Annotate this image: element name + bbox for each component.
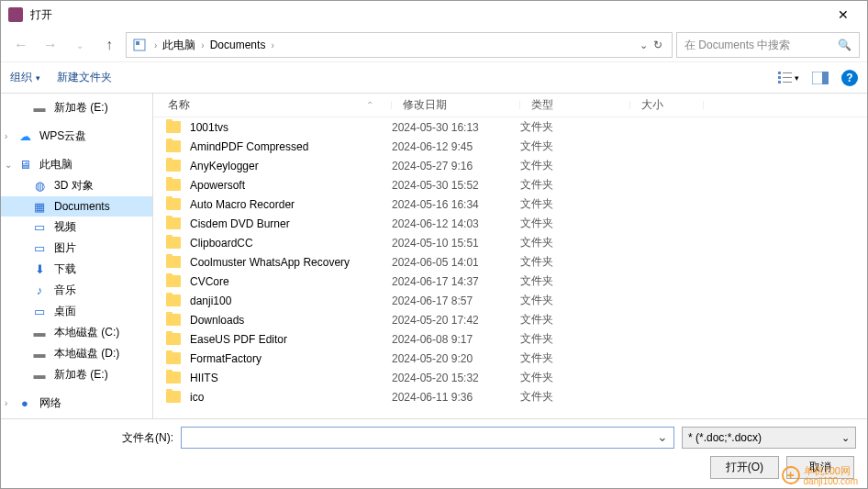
file-row[interactable]: ClipboardCC2024-05-10 15:51文件夹 — [153, 233, 867, 252]
3d-icon: ◍ — [32, 179, 47, 194]
breadcrumb-item[interactable]: 此电脑 — [161, 34, 197, 57]
drive-icon: ▬ — [32, 368, 47, 383]
chevron-down-icon: ⌄ — [841, 432, 850, 444]
sidebar-item[interactable]: ◍3D 对象 — [1, 175, 152, 196]
file-type: 文件夹 — [520, 158, 630, 173]
sidebar-item[interactable]: ▬新加卷 (E:) — [1, 364, 152, 385]
file-row[interactable]: danji1002024-06-17 8:57文件夹 — [153, 291, 867, 310]
file-name: Auto Macro Recorder — [190, 198, 295, 211]
doc-icon: ▦ — [32, 199, 47, 214]
net-icon: ● — [17, 396, 32, 411]
filetype-select[interactable]: * (*.doc;*.docx) ⌄ — [682, 427, 856, 449]
view-mode-button[interactable]: ▾ — [778, 72, 799, 84]
file-row[interactable]: 1001tvs2024-05-30 16:13文件夹 — [153, 117, 867, 137]
file-name: 1001tvs — [190, 121, 228, 134]
file-row[interactable]: CVCore2024-06-17 14:37文件夹 — [153, 272, 867, 291]
file-date: 2024-06-11 9:36 — [392, 391, 520, 404]
file-name: CVCore — [190, 275, 229, 288]
refresh-icon[interactable]: ↻ — [653, 39, 662, 51]
file-row[interactable]: Apowersoft2024-05-30 15:52文件夹 — [153, 175, 867, 194]
window-title: 打开 — [30, 7, 52, 23]
folder-icon — [166, 275, 181, 287]
file-pane[interactable]: 名称 ⌃ 修改日期 类型 大小 1001tvs2024-05-30 16:13文… — [153, 94, 867, 418]
folder-icon — [166, 391, 181, 403]
sidebar-item-label: WPS云盘 — [39, 128, 86, 144]
new-folder-button[interactable]: 新建文件夹 — [57, 70, 112, 85]
sidebar-item[interactable]: ▬本地磁盘 (D:) — [1, 343, 152, 364]
sidebar-item[interactable]: ⌄🖥此电脑 — [1, 154, 152, 175]
file-name: Coolmuster WhatsApp Recovery — [190, 256, 350, 269]
forward-button[interactable]: → — [38, 32, 63, 58]
file-date: 2024-06-08 9:17 — [392, 333, 520, 346]
search-icon: 🔍 — [838, 39, 851, 51]
expand-icon[interactable]: ⌄ — [5, 160, 12, 170]
file-name: FormatFactory — [190, 352, 262, 365]
folder-icon — [166, 314, 181, 326]
up-button[interactable]: ↑ — [96, 32, 122, 58]
sidebar-item[interactable]: ♪音乐 — [1, 280, 152, 301]
breadcrumb-item[interactable]: Documents — [208, 35, 268, 55]
sidebar-item[interactable]: ▭图片 — [1, 238, 152, 259]
open-button[interactable]: 打开(O) — [710, 456, 779, 479]
filename-input[interactable] — [181, 427, 674, 449]
sidebar-item-label: 此电脑 — [39, 157, 72, 172]
address-bar[interactable]: › 此电脑 › Documents › ⌄ ↻ — [126, 32, 673, 58]
sidebar-item[interactable]: ▭视频 — [1, 217, 152, 238]
sidebar-item-label: Documents — [54, 200, 110, 213]
chevron-down-icon: ▾ — [795, 73, 799, 83]
file-row[interactable]: EaseUS PDF Editor2024-06-08 9:17文件夹 — [153, 329, 867, 349]
navbar: ← → ⌄ ↑ › 此电脑 › Documents › ⌄ ↻ 在 Docume… — [1, 28, 867, 61]
column-name[interactable]: 名称 ⌃ — [153, 97, 392, 113]
folder-icon — [166, 352, 181, 364]
folder-icon — [166, 295, 181, 306]
file-row[interactable]: Downloads2024-05-20 17:42文件夹 — [153, 310, 867, 329]
file-row[interactable]: AmindPDF Compressed2024-06-12 9:45文件夹 — [153, 137, 867, 156]
sidebar-item-label: 视频 — [54, 219, 76, 235]
back-button[interactable]: ← — [8, 32, 34, 58]
help-button[interactable]: ? — [841, 70, 858, 86]
organize-menu[interactable]: 组织 ▾ — [10, 70, 40, 85]
search-input[interactable]: 在 Documents 中搜索 🔍 — [676, 32, 860, 58]
column-size[interactable]: 大小 — [630, 97, 704, 113]
file-row[interactable]: Coolmuster WhatsApp Recovery2024-06-05 1… — [153, 252, 867, 272]
recent-dropdown[interactable]: ⌄ — [67, 32, 93, 58]
file-row[interactable]: Auto Macro Recorder2024-05-16 16:34文件夹 — [153, 194, 867, 214]
sidebar-item[interactable]: ▦Documents — [1, 196, 152, 217]
close-button[interactable]: ✕ — [822, 2, 863, 28]
file-row[interactable]: ico2024-06-11 9:36文件夹 — [153, 387, 867, 406]
cancel-button[interactable]: 取消 — [786, 456, 854, 479]
sidebar-item-label: 下载 — [54, 261, 76, 277]
file-type: 文件夹 — [520, 331, 630, 347]
file-type: 文件夹 — [520, 119, 630, 135]
sidebar-item[interactable]: ⬇下载 — [1, 259, 152, 280]
folder-icon — [166, 256, 181, 268]
file-name: HIITS — [190, 372, 218, 384]
sidebar-item-label: 本地磁盘 (C:) — [54, 325, 119, 340]
chevron-right-icon: › — [267, 40, 277, 50]
sidebar-item[interactable]: ▬本地磁盘 (C:) — [1, 322, 152, 343]
file-date: 2024-05-10 15:51 — [392, 237, 520, 250]
file-row[interactable]: Cisdem DVD Burner2024-06-12 14:03文件夹 — [153, 214, 867, 233]
file-type: 文件夹 — [520, 273, 630, 289]
sidebar-item[interactable]: ▭桌面 — [1, 301, 152, 322]
sidebar-item[interactable]: ▬新加卷 (E:) — [1, 97, 152, 118]
sidebar-item[interactable]: ›☁WPS云盘 — [1, 126, 152, 147]
column-type[interactable]: 类型 — [520, 97, 630, 113]
sidebar-item[interactable]: ›●网络 — [1, 393, 152, 414]
file-name: Downloads — [190, 314, 244, 327]
file-row[interactable]: FormatFactory2024-05-20 9:20文件夹 — [153, 349, 867, 368]
column-date[interactable]: 修改日期 — [392, 97, 520, 113]
address-dropdown-icon[interactable]: ⌄ — [640, 39, 648, 51]
preview-pane-button[interactable] — [812, 72, 829, 84]
expand-icon[interactable]: › — [5, 131, 7, 141]
folder-icon — [166, 179, 181, 191]
sidebar-item-label: 桌面 — [54, 304, 76, 319]
sidebar[interactable]: ▬新加卷 (E:)›☁WPS云盘⌄🖥此电脑◍3D 对象▦Documents▭视频… — [1, 94, 153, 418]
bottom-bar: 文件名(N): * (*.doc;*.docx) ⌄ 打开(O) 取消 + 单机… — [1, 419, 867, 488]
expand-icon[interactable]: › — [5, 398, 7, 408]
toolbar: 组织 ▾ 新建文件夹 ▾ ? — [1, 61, 867, 93]
file-row[interactable]: AnyKeylogger2024-05-27 9:16文件夹 — [153, 156, 867, 175]
location-icon — [132, 38, 147, 52]
file-name: Apowersoft — [190, 179, 245, 192]
file-row[interactable]: HIITS2024-05-20 15:32文件夹 — [153, 368, 867, 387]
